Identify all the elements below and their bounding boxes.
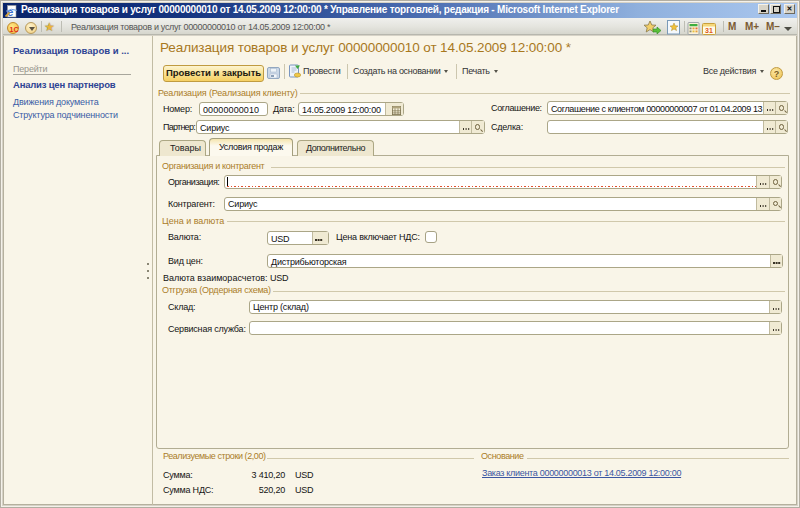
svg-text:31: 31: [705, 27, 713, 34]
svg-text:e: e: [7, 6, 13, 18]
